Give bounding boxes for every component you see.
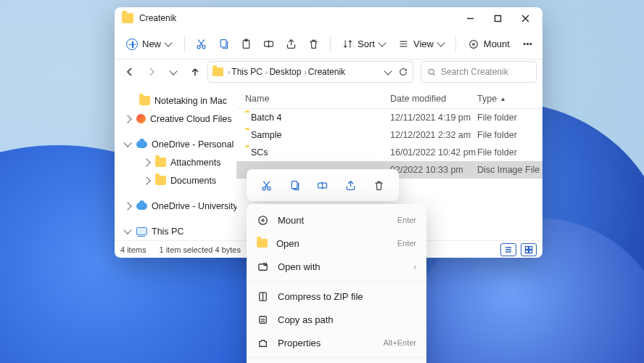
mount-button[interactable]: Mount [462, 33, 516, 55]
svg-point-1 [197, 46, 200, 49]
svg-point-18 [268, 187, 271, 189]
context-label: Mount [278, 215, 304, 226]
sort-asc-icon: ▴ [501, 94, 505, 102]
icons-view-button[interactable] [521, 243, 537, 256]
share-button[interactable] [339, 174, 363, 196]
chevron-down-icon[interactable] [384, 67, 392, 75]
svg-point-17 [263, 187, 265, 189]
nav-sidebar: Notetaking in Mac Creative Cloud Files O… [115, 89, 236, 240]
sidebar-item[interactable]: OneDrive - Personal [115, 135, 236, 153]
folder-icon [257, 239, 268, 248]
paste-button[interactable] [236, 33, 257, 55]
context-label: Copy as path [278, 314, 334, 325]
context-item-mount[interactable]: MountEnter [247, 208, 426, 232]
mount-label: Mount [484, 38, 510, 49]
column-headers: Name Date modified Type▴ [236, 89, 542, 109]
context-item-copypath[interactable]: Copy as path [247, 308, 426, 331]
view-label: View [413, 38, 434, 49]
sidebar-item[interactable]: Notetaking in Mac [115, 91, 236, 110]
file-type: File folder [477, 130, 542, 140]
new-label: New [142, 38, 161, 49]
delete-button[interactable] [303, 33, 324, 55]
sidebar-item[interactable]: This PC [115, 222, 236, 240]
sidebar-label: Documents [170, 176, 216, 186]
delete-button[interactable] [368, 174, 391, 196]
search-input[interactable]: Search Createnik [421, 61, 537, 83]
cut-button[interactable] [191, 33, 212, 55]
context-item-props[interactable]: PropertiesAlt+Enter [247, 331, 426, 354]
file-row[interactable]: Sample12/12/2021 2:32 amFile folder [236, 126, 542, 144]
submenu-icon: › [413, 262, 416, 271]
col-date[interactable]: Date modified [390, 94, 477, 104]
window-title: Createnik [139, 13, 457, 23]
breadcrumb-item[interactable]: Desktop [269, 67, 301, 77]
maximize-button[interactable] [484, 8, 511, 28]
rename-button[interactable] [311, 174, 334, 196]
sidebar-item[interactable]: Attachments [115, 153, 236, 171]
svg-point-22 [262, 219, 264, 221]
folder-icon [122, 13, 133, 23]
details-view-button[interactable] [500, 243, 516, 256]
svg-rect-13 [526, 246, 529, 249]
file-type: File folder [477, 113, 542, 123]
command-bar: New Sort View Mount [115, 29, 542, 60]
more-button[interactable] [517, 33, 538, 55]
context-item-folder[interactable]: OpenEnter [247, 232, 426, 255]
sidebar-item[interactable]: Documents [115, 171, 236, 189]
context-item-zip[interactable]: Compress to ZIP file [247, 285, 426, 308]
col-name[interactable]: Name [245, 94, 390, 104]
file-type: File folder [477, 147, 542, 158]
file-row[interactable]: Batch 412/11/2021 4:19 pmFile folder [236, 109, 542, 126]
svg-rect-14 [529, 246, 532, 249]
new-button[interactable]: New [119, 33, 178, 55]
copy-button[interactable] [283, 174, 306, 196]
svg-point-11 [530, 43, 532, 44]
file-date: 12/11/2021 4:19 pm [390, 113, 477, 123]
view-button[interactable]: View [392, 33, 450, 55]
file-name: Batch 4 [245, 113, 390, 123]
forward-button[interactable] [142, 62, 161, 81]
status-selection: 1 item selected 4 bytes [159, 245, 241, 254]
sidebar-label: Creative Cloud Files [150, 114, 232, 124]
sidebar-label: OneDrive - Personal [152, 139, 234, 150]
file-name: Sample [245, 130, 390, 140]
breadcrumb-item[interactable]: Createnik [308, 67, 345, 77]
recent-button[interactable] [164, 62, 183, 81]
props-icon [257, 337, 269, 349]
sidebar-item[interactable]: Creative Cloud Files [115, 110, 236, 128]
context-label: Compress to ZIP file [278, 291, 363, 302]
up-button[interactable] [186, 62, 205, 81]
svg-rect-19 [292, 181, 297, 188]
file-row[interactable]: SCs16/01/2022 10:42 pmFile folder [236, 144, 542, 161]
svg-rect-25 [260, 316, 266, 322]
context-item-openwith[interactable]: Open with› [247, 255, 426, 278]
context-label: Open with [278, 261, 321, 272]
mount-icon [257, 214, 269, 227]
close-button[interactable] [512, 8, 538, 28]
nav-row: › This PC› Desktop› Createnik Search Cre… [115, 60, 542, 89]
address-bar[interactable]: › This PC› Desktop› Createnik [207, 61, 413, 83]
mini-toolbar [247, 169, 399, 201]
svg-point-2 [202, 46, 205, 49]
svg-point-12 [429, 69, 434, 74]
chevron-down-icon [164, 38, 172, 46]
sort-button[interactable]: Sort [337, 33, 391, 55]
title-bar: Createnik [115, 7, 542, 29]
copy-button[interactable] [213, 33, 234, 55]
chevron-down-icon [437, 38, 445, 46]
file-date: 12/12/2021 2:32 am [390, 130, 477, 140]
minimize-button[interactable] [457, 8, 483, 28]
rename-button[interactable] [258, 33, 279, 55]
shortcut-hint: Enter [397, 239, 416, 248]
refresh-icon[interactable] [398, 67, 408, 77]
breadcrumb-item[interactable]: This PC [231, 67, 263, 77]
status-count: 4 items [120, 245, 146, 254]
cut-button[interactable] [255, 174, 278, 196]
svg-rect-15 [526, 250, 529, 253]
share-button[interactable] [281, 33, 302, 55]
shortcut-hint: Alt+Enter [383, 338, 416, 347]
col-type[interactable]: Type▴ [477, 94, 542, 104]
svg-rect-3 [220, 40, 226, 47]
back-button[interactable] [120, 62, 139, 81]
sidebar-item[interactable]: OneDrive - University of t [115, 197, 236, 215]
